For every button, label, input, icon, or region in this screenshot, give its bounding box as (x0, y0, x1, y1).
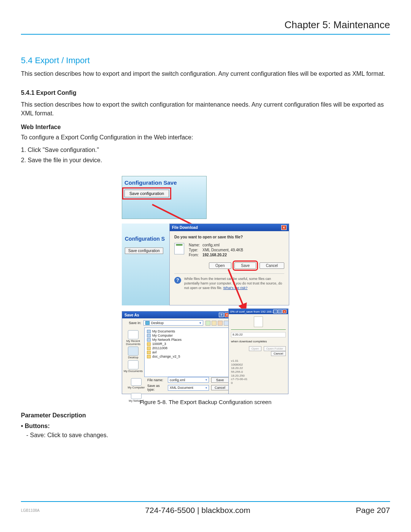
mynetwork-label: My Network (126, 399, 147, 403)
chevron-down-icon: ▾ (199, 321, 201, 325)
chevron-down-icon: ▾ (206, 378, 207, 382)
file-details: Name:config.xml Type:XML Document, 49.4K… (189, 243, 243, 258)
chapter-header: Chapter 5: Maintenance (21, 19, 390, 35)
page-number: Page 207 (356, 506, 390, 515)
recent-label: My Recent Documents (123, 340, 143, 345)
name-label: Name: (189, 243, 202, 247)
up-icon[interactable] (212, 321, 217, 326)
list-item[interactable]: My Computer (147, 334, 229, 337)
file-download-panel: Configuration S Save configuration File … (122, 224, 289, 305)
footer-contact: 724-746-5500 | blackbox.com (40, 506, 356, 515)
mycomputer-label: My Computer (126, 386, 147, 389)
close-when-done-checkbox[interactable]: when download completes (231, 340, 286, 343)
save-configuration-button[interactable]: Save configuration (124, 190, 169, 197)
help-icon: ? (174, 277, 181, 284)
mydocs-label: My Documents (123, 370, 143, 373)
section-intro: This section describes how to export and… (21, 69, 390, 78)
open-button[interactable]: Open (249, 346, 262, 351)
network-icon (147, 338, 151, 342)
save-in-dropdown[interactable]: Desktop▾ (143, 320, 203, 326)
mycomputer-icon[interactable] (131, 378, 142, 386)
progress-details: v1.01 1008002 18.20.22 55.255.0 18.20.25… (231, 359, 286, 385)
open-button[interactable]: Open (209, 262, 231, 269)
folder-icon (147, 342, 151, 346)
web-interface-intro: To configure a Export Config Configurati… (21, 133, 390, 142)
mydocs-icon[interactable] (128, 360, 139, 369)
subsection-title: 5.4.1 Export Config (21, 89, 390, 96)
save-as-title: Save As (124, 313, 139, 317)
type-value: XML Document, 49.4KB (202, 248, 243, 252)
filename-label: File name: (147, 378, 166, 382)
cancel-button[interactable]: Cancel (271, 351, 286, 356)
name-value: config.xml (202, 243, 220, 247)
config-save-panel-2: Configuration S Save configuration (122, 224, 169, 305)
recent-icon[interactable] (128, 330, 139, 339)
places-bar: My Recent Documents Desktop My Documents (122, 328, 144, 377)
save-button[interactable]: Save (234, 262, 256, 269)
figure: Configuration Save Save configuration Co… (122, 176, 289, 405)
open-folder-button[interactable]: Open Folder (264, 346, 286, 351)
web-interface-heading: Web Interface (21, 124, 390, 131)
progress-title: 0% of conf_save from 192.168.20.22 Compl… (230, 310, 273, 313)
save-configuration-button-2[interactable]: Save configuration (125, 248, 163, 254)
list-item[interactable]: avl (147, 350, 229, 354)
toolbar (206, 321, 229, 326)
desktop-label: Desktop (123, 356, 143, 359)
minimize-icon[interactable]: _ (273, 310, 277, 313)
buttons-bullet: • Buttons: (21, 423, 390, 430)
step-2: 2. Save the file in your device. (21, 156, 390, 165)
computer-icon (147, 334, 151, 337)
list-item[interactable]: 1000R_3 (147, 342, 229, 346)
file-download-dialog: File Download × Do you want to open or s… (169, 224, 289, 305)
folder-icon (147, 347, 151, 350)
page-footer: LGB1108A 724-746-5500 | blackbox.com Pag… (21, 501, 390, 515)
dialog-question: Do you want to open or save this file? (174, 235, 284, 239)
save-in-value: Desktop (151, 321, 164, 325)
chevron-down-icon: ▾ (206, 386, 207, 390)
list-item[interactable]: 20111008 (147, 346, 229, 350)
help-icon[interactable]: ? (219, 313, 224, 317)
new-folder-icon[interactable] (218, 321, 223, 326)
step-1: 1. Click "Save configuration." (21, 145, 390, 154)
save-in-label: Save in: (125, 321, 141, 325)
list-item[interactable]: My Documents (147, 329, 229, 333)
filename-input[interactable]: config.xml▾ (168, 377, 209, 383)
section-title: 5.4 Export / Import (21, 56, 390, 66)
from-label: From: (189, 253, 202, 257)
folder-icon (147, 355, 151, 358)
file-icon (174, 243, 184, 254)
folder-icon (147, 330, 151, 333)
model-number: LGB1108A (21, 508, 40, 513)
parameter-description-heading: Parameter Description (21, 412, 390, 419)
file-list[interactable]: My Documents My Computer My Network Plac… (144, 328, 232, 377)
dialog-title: File Download (172, 225, 198, 230)
cancel-button[interactable]: Cancel (260, 262, 284, 269)
save-as-dialog: Save As ?× Save in: Desktop▾ My Recen (122, 311, 232, 394)
warning-text: While files from the Internet can be use… (184, 277, 284, 290)
filetype-label: Save as type: (147, 384, 166, 391)
download-progress-dialog: 0% of conf_save from 192.168.20.22 Compl… (228, 308, 288, 394)
config-save-panel: Configuration Save Save configuration (122, 176, 207, 219)
list-item[interactable]: My Network Places (147, 338, 229, 342)
folder-icon (147, 351, 151, 354)
maximize-icon[interactable]: □ (278, 310, 282, 313)
list-item[interactable]: doc_change_v2_5 (147, 355, 229, 358)
folder-icon (145, 321, 150, 325)
back-icon[interactable] (206, 321, 210, 326)
file-icon (254, 316, 263, 327)
config-s-title: Configuration S (125, 235, 167, 242)
save-button[interactable]: Save (211, 377, 229, 383)
close-icon[interactable]: × (281, 225, 287, 230)
type-label: Type: (189, 248, 202, 252)
progress-from: 8.20.22 (231, 332, 286, 337)
subsection-intro: This section describes how to export the… (21, 100, 390, 118)
config-save-title: Configuration Save (124, 179, 204, 186)
desktop-icon[interactable] (128, 347, 139, 356)
filetype-dropdown[interactable]: XML Document▾ (168, 385, 209, 391)
save-description: - Save: Click to save changes. (26, 432, 390, 439)
from-value: 192.168.20.22 (202, 253, 227, 257)
network-icon[interactable] (131, 393, 142, 399)
cancel-button[interactable]: Cancel (211, 385, 229, 390)
close-icon[interactable]: × (282, 310, 287, 313)
whats-the-risk-link[interactable]: What's the risk? (223, 286, 248, 290)
